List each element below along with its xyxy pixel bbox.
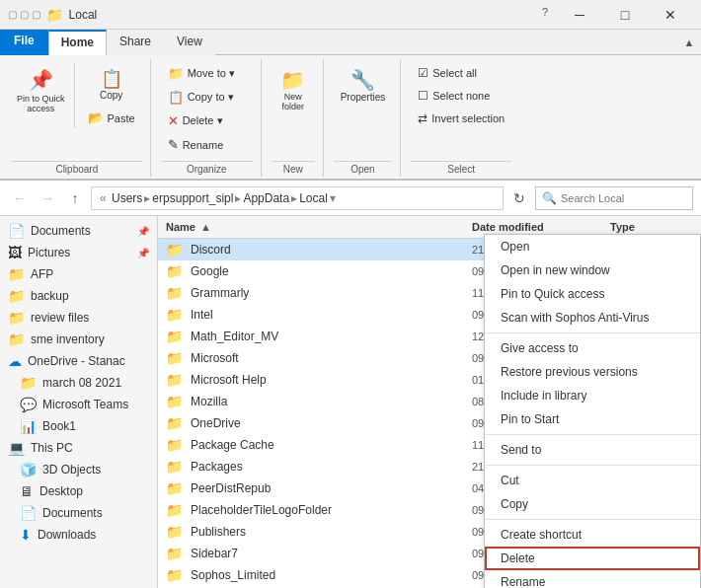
pictures-icon: 🖼	[8, 245, 22, 260]
delete-button[interactable]: ✕ Delete ▾	[161, 110, 242, 131]
sidebar-item-onedrive[interactable]: ☁ OneDrive - Stanac	[0, 350, 157, 372]
minimize-button[interactable]: ─	[557, 0, 602, 30]
ctx-restore-versions[interactable]: Restore previous versions	[485, 360, 700, 384]
window-title: Local	[69, 8, 98, 22]
folder-icon: 📁	[166, 567, 183, 583]
ctx-include-library[interactable]: Include in library	[485, 384, 700, 407]
up-button[interactable]: ↑	[63, 186, 87, 210]
sidebar-item-backup[interactable]: 📁 backup	[0, 285, 157, 307]
maximize-button[interactable]: □	[602, 0, 648, 30]
close-button[interactable]: ✕	[648, 0, 693, 30]
ctx-rename[interactable]: Rename	[485, 570, 700, 588]
path-user: erpsupport_sipl	[152, 191, 233, 205]
context-menu: Open Open in new window Pin to Quick acc…	[484, 234, 701, 588]
main-area: 📄 Documents 📌 🖼 Pictures 📌 📁 AFP 📁 backu…	[0, 216, 701, 588]
folder-icon: 📁	[166, 394, 183, 409]
tab-home[interactable]: Home	[48, 30, 107, 55]
address-bar: ← → ↑ « Users ▸ erpsupport_sipl ▸ AppDat…	[0, 181, 701, 216]
ribbon-tabs: File Home Share View ▲	[0, 30, 701, 55]
path-chevron: «	[100, 191, 110, 205]
ctx-give-access[interactable]: Give access to	[485, 336, 700, 360]
sidebar-item-pictures[interactable]: 🖼 Pictures 📌	[0, 242, 157, 263]
select-group-label: Select	[411, 161, 511, 177]
move-to-button[interactable]: 📁 Move to ▾	[161, 63, 242, 84]
tab-share[interactable]: Share	[107, 30, 164, 55]
file-list: Name ▲ Date modified Type 📁 Discord 21-0…	[158, 216, 701, 588]
sidebar-item-downloads[interactable]: ⬇ Downloads	[0, 524, 157, 546]
paste-button[interactable]: 📂 Paste	[81, 108, 142, 128]
ctx-sep-3	[485, 465, 700, 466]
back-button[interactable]: ←	[8, 186, 32, 210]
folder-icon: 📁	[166, 307, 183, 323]
window-controls: ? ─ □ ✕	[533, 0, 693, 30]
folder-icon: 📁	[166, 263, 183, 279]
ctx-sep-2	[485, 434, 700, 435]
new-group-label: New	[272, 161, 315, 177]
new-folder-icon: 📁	[280, 68, 305, 92]
tab-file[interactable]: File	[0, 30, 48, 55]
ctx-create-shortcut[interactable]: Create shortcut	[485, 523, 700, 547]
column-name[interactable]: Name ▲	[158, 219, 464, 235]
folder-icon: 📁	[166, 546, 183, 561]
copy-icon: 📋	[101, 68, 122, 90]
ctx-copy[interactable]: Copy	[485, 492, 700, 516]
invert-selection-button[interactable]: ⇄ Invert selection	[411, 109, 511, 128]
sidebar-item-review-files[interactable]: 📁 review files	[0, 307, 157, 329]
pin-to-quick-access-button[interactable]: 📌 Pin to Quick access	[12, 63, 70, 118]
sidebar-item-sme[interactable]: 📁 sme inventory	[0, 329, 157, 350]
ribbon-collapse-button[interactable]: ▲	[677, 30, 701, 55]
ctx-delete[interactable]: Delete	[485, 547, 700, 570]
column-date[interactable]: Date modified	[464, 219, 602, 235]
select-all-button[interactable]: ☑ Select all	[411, 63, 511, 83]
ctx-pin-quick-access[interactable]: Pin to Quick access	[485, 282, 700, 306]
move-to-icon: 📁	[168, 66, 184, 81]
ribbon-group-new: 📁 New folder New	[264, 59, 324, 177]
rename-icon: ✎	[168, 137, 179, 152]
tab-view[interactable]: View	[164, 30, 215, 55]
folder-icon: 📁	[166, 350, 183, 366]
path-appdata: AppData	[243, 191, 289, 205]
search-input[interactable]	[561, 192, 697, 204]
sidebar-item-book[interactable]: 📊 Book1	[0, 415, 157, 437]
column-type[interactable]: Type	[602, 219, 701, 235]
sidebar-item-documents-pinned[interactable]: 📄 Documents 📌	[0, 220, 157, 242]
sidebar-item-desktop[interactable]: 🖥 Desktop	[0, 480, 157, 502]
folder-icon: 📁	[166, 437, 183, 453]
ctx-send-to[interactable]: Send to	[485, 438, 700, 462]
book-icon: 📊	[20, 418, 37, 434]
sidebar-item-march[interactable]: 📁 march 08 2021	[0, 372, 157, 394]
select-all-icon: ☑	[418, 66, 428, 80]
pin-label: Pin to Quick access	[17, 94, 65, 113]
downloads-icon: ⬇	[20, 527, 32, 543]
folder-icon: 📁	[166, 524, 183, 540]
copy-button[interactable]: 📋 Copy	[81, 63, 142, 106]
sidebar-item-3dobjects[interactable]: 🧊 3D Objects	[0, 459, 157, 480]
ctx-open-new-window[interactable]: Open in new window	[485, 258, 700, 282]
address-path[interactable]: « Users ▸ erpsupport_sipl ▸ AppData ▸ Lo…	[91, 186, 504, 210]
ribbon-content: 📌 Pin to Quick access 📋 Copy 📂 Paste Cli…	[0, 55, 701, 180]
ctx-pin-start[interactable]: Pin to Start	[485, 407, 700, 431]
path-users: Users	[112, 191, 142, 205]
delete-icon: ✕	[168, 113, 179, 128]
properties-icon: 🔧	[350, 68, 375, 92]
rename-button[interactable]: ✎ Rename	[161, 134, 242, 155]
thispc-icon: 💻	[8, 440, 25, 456]
ctx-scan-sophos[interactable]: Scan with Sophos Anti-Virus	[485, 306, 700, 330]
ctx-cut[interactable]: Cut	[485, 469, 700, 492]
organize-group-label: Organize	[161, 161, 253, 177]
folder-icon: 📁	[166, 459, 183, 475]
backup-icon: 📁	[8, 288, 25, 304]
sidebar-item-thispc[interactable]: 💻 This PC	[0, 437, 157, 459]
properties-button[interactable]: 🔧 Properties	[334, 63, 393, 108]
copy-to-icon: 📋	[168, 90, 184, 105]
forward-button[interactable]: →	[36, 186, 59, 210]
sidebar-item-teams[interactable]: 💬 Microsoft Teams	[0, 394, 157, 415]
ctx-open[interactable]: Open	[485, 235, 700, 258]
refresh-button[interactable]: ↻	[507, 186, 531, 210]
new-folder-button[interactable]: 📁 New folder	[272, 63, 315, 116]
select-none-button[interactable]: ☐ Select none	[411, 86, 511, 106]
folder-icon: 📁	[166, 480, 183, 496]
sidebar-item-afp[interactable]: 📁 AFP	[0, 263, 157, 285]
copy-to-button[interactable]: 📋 Copy to ▾	[161, 87, 242, 108]
sidebar-item-documents[interactable]: 📄 Documents	[0, 502, 157, 524]
